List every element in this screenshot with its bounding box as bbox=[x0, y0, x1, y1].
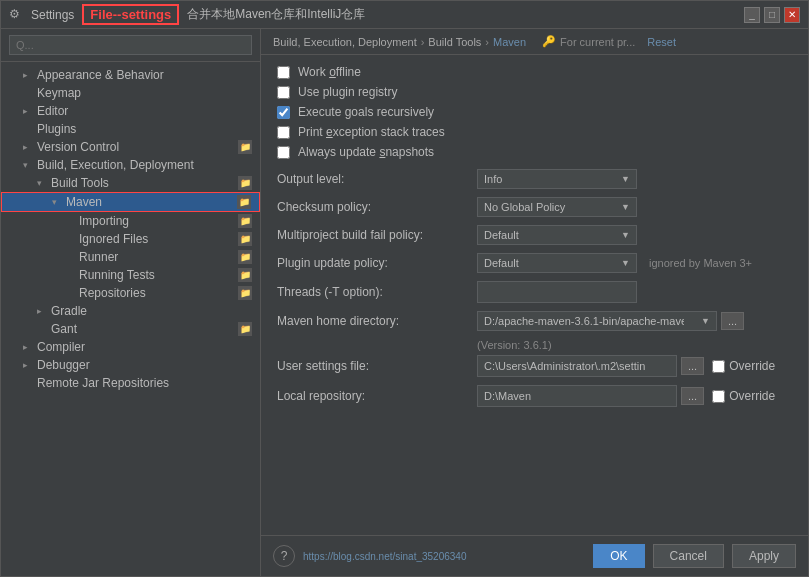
sidebar-item-remote-jar[interactable]: Remote Jar Repositories bbox=[1, 374, 260, 392]
local-repo-override-label: Override bbox=[729, 389, 775, 403]
print-exception-label: Print exception stack traces bbox=[298, 125, 445, 139]
sidebar-item-build-tools[interactable]: ▾ Build Tools 📁 bbox=[1, 174, 260, 192]
sidebar-item-ignored-files[interactable]: Ignored Files 📁 bbox=[1, 230, 260, 248]
form-section: Output level: Info ▼ Checksum policy: bbox=[277, 169, 792, 407]
sidebar-item-gradle[interactable]: ▸ Gradle bbox=[1, 302, 260, 320]
apply-button[interactable]: Apply bbox=[732, 544, 796, 568]
sidebar-item-repositories[interactable]: Repositories 📁 bbox=[1, 284, 260, 302]
maximize-button[interactable]: □ bbox=[764, 7, 780, 23]
sidebar-search-container bbox=[1, 29, 260, 62]
expand-arrow: ▸ bbox=[23, 342, 37, 352]
right-panel: Build, Execution, Deployment › Build Too… bbox=[261, 29, 808, 576]
window-controls: _ □ ✕ bbox=[744, 7, 800, 23]
threads-control bbox=[477, 281, 792, 303]
use-plugin-registry-checkbox[interactable] bbox=[277, 86, 290, 99]
reset-button[interactable]: Reset bbox=[647, 36, 676, 48]
execute-goals-checkbox[interactable] bbox=[277, 106, 290, 119]
local-repo-input[interactable] bbox=[477, 385, 677, 407]
file-settings-label: File--settings bbox=[82, 4, 179, 25]
sidebar-item-label: Debugger bbox=[37, 358, 252, 372]
version-note: (Version: 3.6.1) bbox=[277, 339, 792, 351]
sidebar-item-label: Remote Jar Repositories bbox=[37, 376, 252, 390]
cancel-button[interactable]: Cancel bbox=[653, 544, 724, 568]
folder-icon: 📁 bbox=[237, 195, 251, 209]
multiproject-build-select[interactable]: Default ▼ bbox=[477, 225, 637, 245]
sidebar-item-importing[interactable]: Importing 📁 bbox=[1, 212, 260, 230]
local-repo-override: Override bbox=[712, 389, 775, 403]
maven-home-select[interactable]: D:/apache-maven-3.6.1-bin/apache-maven-3… bbox=[477, 311, 717, 331]
expand-arrow: ▸ bbox=[37, 306, 51, 316]
sidebar-item-keymap[interactable]: Keymap bbox=[1, 84, 260, 102]
window-title: Settings bbox=[31, 8, 74, 22]
print-exception-checkbox[interactable] bbox=[277, 126, 290, 139]
user-settings-override-label: Override bbox=[729, 359, 775, 373]
sidebar-item-version-control[interactable]: ▸ Version Control 📁 bbox=[1, 138, 260, 156]
always-update-checkbox[interactable] bbox=[277, 146, 290, 159]
sidebar-item-runner[interactable]: Runner 📁 bbox=[1, 248, 260, 266]
user-settings-row: User settings file: ... Override bbox=[277, 355, 792, 377]
sidebar-item-label: Repositories bbox=[79, 286, 238, 300]
sidebar-item-debugger[interactable]: ▸ Debugger bbox=[1, 356, 260, 374]
expand-arrow: ▸ bbox=[23, 142, 37, 152]
maven-home-value: D:/apache-maven-3.6.1-bin/apache-maven-3… bbox=[484, 315, 684, 327]
help-button[interactable]: ? bbox=[273, 545, 295, 567]
maven-home-row: Maven home directory: D:/apache-maven-3.… bbox=[277, 311, 792, 331]
use-plugin-registry-row: Use plugin registry bbox=[277, 85, 792, 99]
expand-arrow: ▾ bbox=[37, 178, 51, 188]
sidebar-item-label: Build, Execution, Deployment bbox=[37, 158, 252, 172]
breadcrumb-build: Build, Execution, Deployment bbox=[273, 36, 417, 48]
user-settings-override: Override bbox=[712, 359, 775, 373]
breadcrumb-maven: Maven bbox=[493, 36, 526, 48]
checksum-policy-row: Checksum policy: No Global Policy ▼ bbox=[277, 197, 792, 217]
dropdown-arrow: ▼ bbox=[621, 202, 630, 212]
sidebar-item-maven[interactable]: ▾ Maven 📁 bbox=[1, 192, 260, 212]
checksum-policy-select[interactable]: No Global Policy ▼ bbox=[477, 197, 637, 217]
work-offline-row: Work offline bbox=[277, 65, 792, 79]
local-repo-override-checkbox[interactable] bbox=[712, 390, 725, 403]
user-settings-input[interactable] bbox=[477, 355, 677, 377]
multiproject-build-value: Default bbox=[484, 229, 519, 241]
sidebar-item-editor[interactable]: ▸ Editor bbox=[1, 102, 260, 120]
user-settings-override-checkbox[interactable] bbox=[712, 360, 725, 373]
folder-icon: 📁 bbox=[238, 268, 252, 282]
user-settings-browse-button[interactable]: ... bbox=[681, 357, 704, 375]
output-level-select[interactable]: Info ▼ bbox=[477, 169, 637, 189]
sidebar-item-label: Build Tools bbox=[51, 176, 238, 190]
work-offline-checkbox[interactable] bbox=[277, 66, 290, 79]
sidebar-item-plugins[interactable]: Plugins bbox=[1, 120, 260, 138]
close-button[interactable]: ✕ bbox=[784, 7, 800, 23]
sidebar-item-compiler[interactable]: ▸ Compiler bbox=[1, 338, 260, 356]
sidebar-item-appearance[interactable]: ▸ Appearance & Behavior bbox=[1, 66, 260, 84]
plugin-update-select[interactable]: Default ▼ bbox=[477, 253, 637, 273]
plugin-update-control: Default ▼ ignored by Maven 3+ bbox=[477, 253, 792, 273]
sidebar-item-running-tests[interactable]: Running Tests 📁 bbox=[1, 266, 260, 284]
breadcrumb-sep-2: › bbox=[485, 36, 489, 48]
always-update-row: Always update snapshots bbox=[277, 145, 792, 159]
folder-icon: 📁 bbox=[238, 286, 252, 300]
minimize-button[interactable]: _ bbox=[744, 7, 760, 23]
sidebar-item-label: Maven bbox=[66, 195, 237, 209]
folder-icon: 📁 bbox=[238, 322, 252, 336]
maven-home-browse-button[interactable]: ... bbox=[721, 312, 744, 330]
sidebar: ▸ Appearance & Behavior Keymap ▸ Editor … bbox=[1, 29, 261, 576]
use-plugin-registry-label: Use plugin registry bbox=[298, 85, 397, 99]
execute-goals-row: Execute goals recursively bbox=[277, 105, 792, 119]
search-input[interactable] bbox=[9, 35, 252, 55]
output-level-row: Output level: Info ▼ bbox=[277, 169, 792, 189]
dropdown-arrow: ▼ bbox=[701, 316, 710, 326]
sidebar-item-label: Plugins bbox=[37, 122, 252, 136]
expand-arrow: ▾ bbox=[23, 160, 37, 170]
settings-window: ⚙ Settings File--settings 合并本地Maven仓库和In… bbox=[0, 0, 809, 577]
title-bar: ⚙ Settings File--settings 合并本地Maven仓库和In… bbox=[1, 1, 808, 29]
threads-input[interactable] bbox=[477, 281, 637, 303]
ok-button[interactable]: OK bbox=[593, 544, 644, 568]
local-repo-browse-button[interactable]: ... bbox=[681, 387, 704, 405]
sidebar-item-gant[interactable]: Gant 📁 bbox=[1, 320, 260, 338]
multiproject-build-control: Default ▼ bbox=[477, 225, 792, 245]
print-exception-row: Print exception stack traces bbox=[277, 125, 792, 139]
threads-row: Threads (-T option): bbox=[277, 281, 792, 303]
sidebar-item-label: Editor bbox=[37, 104, 252, 118]
sidebar-item-build-exec[interactable]: ▾ Build, Execution, Deployment bbox=[1, 156, 260, 174]
plugin-update-row: Plugin update policy: Default ▼ ignored … bbox=[277, 253, 792, 273]
multiproject-build-label: Multiproject build fail policy: bbox=[277, 228, 477, 242]
